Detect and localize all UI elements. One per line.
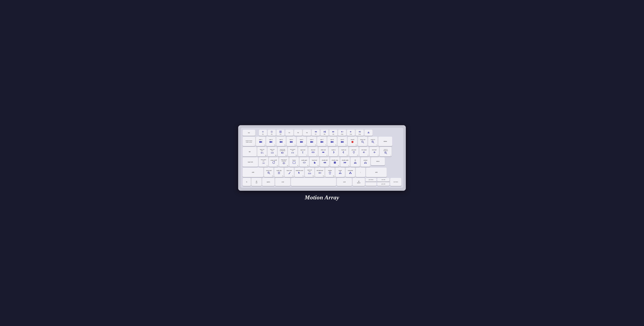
ripple-edit-icon xyxy=(308,172,311,175)
key-bracket-r[interactable]: trim fwd ] xyxy=(370,147,379,157)
key-f6[interactable]: F6 xyxy=(303,130,311,136)
svg-marker-30 xyxy=(368,132,370,133)
key-cmd-l[interactable]: cmd xyxy=(275,178,290,186)
key-esc[interactable]: esc xyxy=(243,130,255,136)
key-eject[interactable] xyxy=(364,130,372,136)
delete-label: delete xyxy=(384,141,387,142)
key-minus[interactable]: zoom out - xyxy=(358,137,368,146)
key-k[interactable]: shuttle stop K xyxy=(330,157,340,167)
key-tilde[interactable]: restore frameunder cursor ~ xyxy=(243,137,255,146)
key-e[interactable]: extend editto playhead E xyxy=(278,147,287,157)
key-s[interactable]: snap on/off S xyxy=(269,157,278,167)
key-1[interactable]: cam 1 1 xyxy=(256,137,266,146)
key-f11[interactable]: F11 xyxy=(347,130,355,136)
key-period[interactable]: overwrite . xyxy=(346,167,355,177)
key-o[interactable]: mark out O xyxy=(339,147,348,157)
key-6[interactable]: cam 6 6 xyxy=(307,137,316,146)
sun-dim-icon xyxy=(262,131,264,133)
key-u[interactable]: slide tool U xyxy=(318,147,328,157)
key-caps[interactable]: caps lock xyxy=(243,157,258,167)
key-8[interactable]: cam 8 8 xyxy=(327,137,337,146)
svg-rect-95 xyxy=(334,162,336,164)
j-letter: J xyxy=(328,165,329,166)
key-m[interactable]: marker M xyxy=(325,167,335,177)
key-v[interactable]: selection tool V xyxy=(294,167,304,177)
key-7[interactable]: cam 7 7 xyxy=(317,137,326,146)
a-letter: A xyxy=(267,165,268,166)
key-5[interactable]: cam 5 5 xyxy=(297,137,306,146)
j-label: shuttle left xyxy=(322,160,328,161)
z-letter: Z xyxy=(272,175,273,177)
key-w[interactable]: ripple trimnext W xyxy=(268,147,277,157)
key-alt-ctrl[interactable]: altctrl xyxy=(252,178,262,186)
key-cmd-r[interactable]: cmd xyxy=(337,178,352,186)
key-f1[interactable]: F1 xyxy=(259,130,267,136)
key-f-key[interactable]: frame F xyxy=(289,157,299,167)
key-space[interactable] xyxy=(291,178,336,186)
key-t[interactable]: type tool T T xyxy=(298,147,308,157)
selection-tool-icon xyxy=(298,171,301,175)
key-tab[interactable]: tab xyxy=(243,147,256,157)
key-0[interactable]: record 0 xyxy=(348,137,357,146)
vol-down-icon xyxy=(350,131,352,133)
key-fn[interactable]: fn xyxy=(243,178,251,186)
key-return[interactable]: return xyxy=(371,157,385,165)
key-prev-edit[interactable]: prev edit xyxy=(377,182,390,186)
svg-marker-41 xyxy=(302,141,303,143)
key-f4[interactable]: F4 xyxy=(285,130,293,136)
key-f12[interactable]: F12 xyxy=(356,130,364,136)
key-delete[interactable]: delete xyxy=(378,137,392,146)
key-z[interactable]: zoom tool Z xyxy=(264,167,274,177)
zoom-out-label: zoom out xyxy=(360,139,365,141)
key-l[interactable]: shuttle right L xyxy=(340,157,350,167)
key-f10[interactable]: F10 xyxy=(338,130,346,136)
key-semicolon[interactable]: lift ; xyxy=(350,157,360,167)
key-f7[interactable]: F7 xyxy=(312,130,320,136)
key-next-frame[interactable]: next frame xyxy=(390,178,401,186)
key-f9[interactable]: F9 xyxy=(329,130,337,136)
key-2[interactable]: cam 2 2 xyxy=(266,137,276,146)
key-option-l[interactable]: option xyxy=(262,178,274,186)
key-d[interactable]: select clip atplayhead D xyxy=(279,157,288,167)
key-comma[interactable]: insert , xyxy=(336,167,345,177)
key-plus[interactable]: zoom in + xyxy=(368,137,378,146)
key-p[interactable]: pen tool P xyxy=(349,147,358,157)
key-f5[interactable]: F5 xyxy=(294,130,302,136)
key-q[interactable]: ripple trimprev Q xyxy=(257,147,267,157)
key-j[interactable]: shuttle left J xyxy=(320,157,330,167)
key-f2[interactable]: F2 xyxy=(268,130,276,136)
key-r[interactable]: rate stretchtool R xyxy=(288,147,298,157)
key-y[interactable]: slip tool Y xyxy=(308,147,318,157)
key-next-edit[interactable]: next edit xyxy=(377,178,390,181)
key-4[interactable]: cam 4 4 xyxy=(286,137,296,146)
key-f8[interactable]: F8 xyxy=(320,130,328,136)
key-i[interactable]: mark in I xyxy=(329,147,338,157)
d-letter: D xyxy=(287,165,288,166)
key-f3[interactable]: F3 xyxy=(276,130,284,136)
key-g[interactable]: audio gain G xyxy=(300,157,309,167)
cam7-label: cam 7 xyxy=(320,139,324,141)
key-shift-l[interactable]: shift xyxy=(243,167,263,177)
key-x[interactable]: mark clip X xyxy=(274,167,284,177)
key-a[interactable]: track selecttool A xyxy=(259,157,268,167)
key-shift-r[interactable]: shift xyxy=(366,167,387,177)
key5-letter: 5 xyxy=(305,144,306,146)
key-slash[interactable]: / xyxy=(356,167,365,177)
key-quote[interactable]: extract ' xyxy=(361,157,370,167)
key-b[interactable]: ripple edittool B xyxy=(305,167,314,177)
key-3[interactable]: cam 3 3 xyxy=(276,137,286,146)
key-alt-option-r[interactable]: altoption xyxy=(352,178,365,186)
svg-rect-101 xyxy=(364,163,365,163)
n-label: roll edit tool xyxy=(316,170,323,171)
key-bracket-l[interactable]: trim back [ xyxy=(359,147,369,157)
key-c[interactable]: razor tool C xyxy=(284,167,294,177)
zoom-out-icon xyxy=(361,141,364,144)
key-9[interactable]: cam 9 9 xyxy=(338,137,347,146)
bottom-row: fn altctrl option cmd cmd altoption xyxy=(243,178,401,186)
key1-letter: 1 xyxy=(264,144,265,146)
key-n[interactable]: roll edit tool N xyxy=(315,167,324,177)
m-letter: M xyxy=(333,175,334,177)
key-prev-frame[interactable]: prev frame xyxy=(366,178,376,181)
key-backslash[interactable]: zoom tosequence \ xyxy=(380,147,392,157)
key-h[interactable]: hand tool H xyxy=(310,157,319,167)
